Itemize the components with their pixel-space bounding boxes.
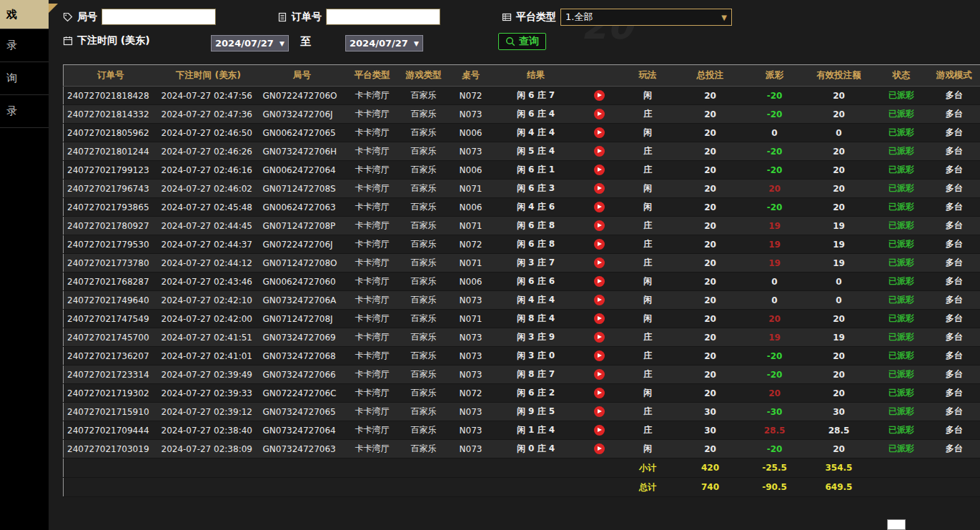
round-input[interactable] <box>102 9 216 25</box>
cell-valid_bet: 19 <box>803 235 875 254</box>
cell-result: 闲 6 庄 7 <box>494 87 578 105</box>
platform-select[interactable]: 1.全部 ▼ <box>560 9 732 26</box>
replay-icon[interactable] <box>594 220 605 231</box>
replay-icon[interactable] <box>594 183 605 194</box>
replay-icon[interactable] <box>594 239 605 250</box>
replay-icon[interactable] <box>594 350 605 361</box>
cell-payout: -20 <box>746 105 803 124</box>
cell-table_no: N071 <box>448 217 494 235</box>
cell-result: 闲 6 庄 1 <box>494 161 578 180</box>
cell-time: 2024-07-27 02:46:50 <box>158 124 259 142</box>
table-row: 2407270217737802024-07-27 02:44:12GN0712… <box>64 254 980 273</box>
cell-order: 240727021801244 <box>64 142 158 161</box>
replay-icon[interactable] <box>594 109 605 119</box>
replay-icon[interactable] <box>594 146 605 157</box>
replay-icon[interactable] <box>594 425 605 436</box>
table-row: 2407270217809272024-07-27 02:44:45GN0712… <box>64 217 980 235</box>
cell-replay <box>578 291 621 310</box>
cell-play: 庄 <box>621 161 675 180</box>
cell-result: 闲 4 庄 4 <box>494 124 578 142</box>
cell-result: 闲 8 庄 7 <box>494 365 578 384</box>
cell-replay <box>578 403 621 421</box>
cell-valid_bet: 0 <box>803 291 875 310</box>
sidebar-item[interactable]: 戏 <box>0 0 49 29</box>
query-wrap: 查询 <box>498 33 546 50</box>
sidebar: 戏录询录 <box>0 0 49 530</box>
cell-order: 240727021805962 <box>64 124 158 142</box>
date-to-value: 2024/07/27 <box>350 38 408 49</box>
replay-icon[interactable] <box>594 443 605 454</box>
replay-icon[interactable] <box>594 388 605 398</box>
date-from-select[interactable]: 2024/07/27 ▼ <box>211 35 289 51</box>
cell-total_bet: 20 <box>675 217 746 235</box>
replay-icon[interactable] <box>594 313 605 324</box>
pagination-stub[interactable] <box>887 519 906 530</box>
replay-icon[interactable] <box>594 165 605 175</box>
cell-time: 2024-07-27 02:38:09 <box>158 440 259 458</box>
cell-table_no: N073 <box>448 440 494 458</box>
order-label: 订单号 <box>292 11 322 24</box>
column-header: 玩法 <box>621 65 675 87</box>
cell-time: 2024-07-27 02:46:02 <box>158 180 259 198</box>
cell-table_no: N073 <box>448 105 494 124</box>
cell-replay <box>578 328 621 347</box>
cell-table_no: N006 <box>448 273 494 291</box>
sidebar-item[interactable]: 录 <box>0 29 49 62</box>
cell-payout: 19 <box>746 328 803 347</box>
cell-play: 闲 <box>621 310 675 328</box>
cell-order: 240727021709444 <box>64 421 158 440</box>
cell-mode: 多台 <box>929 87 980 105</box>
cell-round: GN0712472708P <box>259 217 345 235</box>
cell-time: 2024-07-27 02:44:45 <box>158 217 259 235</box>
date-to-select[interactable]: 2024/07/27 ▼ <box>345 35 423 51</box>
replay-icon[interactable] <box>594 369 605 380</box>
replay-icon[interactable] <box>594 127 605 138</box>
column-header: 结果 <box>494 65 578 87</box>
active-tab-notch <box>49 4 58 13</box>
cell-total_bet: 20 <box>675 161 746 180</box>
cell-round: GN0732472706H <box>259 142 345 161</box>
replay-icon[interactable] <box>594 90 605 101</box>
cell-order: 240727021796743 <box>64 180 158 198</box>
replay-icon[interactable] <box>594 257 605 268</box>
cell-result: 闲 6 庄 6 <box>494 273 578 291</box>
replay-icon[interactable] <box>594 276 605 287</box>
table-row: 2407270218143322024-07-27 02:47:36GN0732… <box>64 105 980 124</box>
order-input[interactable] <box>326 9 440 25</box>
replay-icon[interactable] <box>594 332 605 343</box>
table-row: 2407270217496402024-07-27 02:42:10GN0732… <box>64 291 980 310</box>
replay-icon[interactable] <box>594 295 605 305</box>
bets-table: 订单号下注时间 (美东)局号平台类型游戏类型桌号结果玩法总投注派彩有效投注额状态… <box>63 64 980 497</box>
cell-replay <box>578 161 621 180</box>
cell-platform: 卡卡湾厅 <box>345 440 400 458</box>
cell-platform: 卡卡湾厅 <box>345 384 400 403</box>
cell-valid_bet: 0 <box>803 124 875 142</box>
cell-result: 闲 6 庄 3 <box>494 180 578 198</box>
cell-mode: 多台 <box>929 254 980 273</box>
cell-total_bet: 20 <box>675 440 746 458</box>
cell-time: 2024-07-27 02:43:46 <box>158 273 259 291</box>
cell-order: 240727021799123 <box>64 161 158 180</box>
cell-round: GN07324727068 <box>259 347 345 365</box>
cell-game: 百家乐 <box>400 87 448 105</box>
cell-table_no: N072 <box>448 235 494 254</box>
cell-replay <box>578 421 621 440</box>
query-button[interactable]: 查询 <box>498 33 546 50</box>
cell-round: GN0712472708O <box>259 254 345 273</box>
replay-icon[interactable] <box>594 406 605 417</box>
cell-play: 庄 <box>621 328 675 347</box>
cell-valid_bet: 30 <box>803 403 875 421</box>
cell-game: 百家乐 <box>400 440 448 458</box>
cell-mode: 多台 <box>929 384 980 403</box>
sidebar-item[interactable]: 录 <box>0 95 49 128</box>
cell-play: 庄 <box>621 217 675 235</box>
sidebar-item[interactable]: 询 <box>0 62 49 95</box>
cell-time: 2024-07-27 02:42:00 <box>158 310 259 328</box>
table-row: 2407270217795302024-07-27 02:44:37GN0722… <box>64 235 980 254</box>
cell-payout: 0 <box>746 273 803 291</box>
cell-result: 闲 3 庄 0 <box>494 347 578 365</box>
round-label: 局号 <box>77 11 97 24</box>
cell-play: 闲 <box>621 384 675 403</box>
replay-icon[interactable] <box>594 202 605 212</box>
table-row: 2407270217193022024-07-27 02:39:33GN0722… <box>64 384 980 403</box>
